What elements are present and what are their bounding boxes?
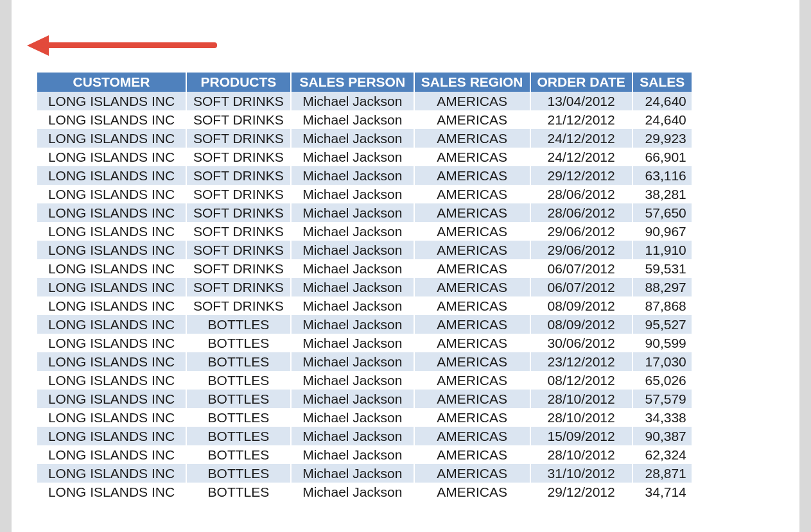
cell-region: AMERICAS — [414, 259, 530, 278]
cell-date: 30/06/2012 — [530, 334, 632, 352]
cell-customer: LONG ISLANDS INC — [37, 148, 186, 166]
cell-product: SOFT DRINKS — [186, 166, 291, 185]
cell-customer: LONG ISLANDS INC — [37, 408, 186, 427]
cell-person: Michael Jackson — [291, 222, 414, 241]
table-row: LONG ISLANDS INCSOFT DRINKSMichael Jacks… — [37, 185, 692, 203]
table-row: LONG ISLANDS INCSOFT DRINKSMichael Jacks… — [37, 166, 692, 185]
cell-region: AMERICAS — [414, 315, 530, 334]
cell-sales: 57,579 — [632, 390, 692, 408]
cell-person: Michael Jackson — [291, 427, 414, 445]
cell-person: Michael Jackson — [291, 203, 414, 222]
table-row: LONG ISLANDS INCBOTTLESMichael JacksonAM… — [37, 371, 692, 390]
cell-sales: 90,387 — [632, 427, 692, 445]
cell-sales: 38,281 — [632, 185, 692, 203]
cell-region: AMERICAS — [414, 203, 530, 222]
cell-product: BOTTLES — [186, 352, 291, 371]
cell-region: AMERICAS — [414, 390, 530, 408]
cell-sales: 95,527 — [632, 315, 692, 334]
header-customer: CUSTOMER — [37, 73, 186, 92]
cell-region: AMERICAS — [414, 464, 530, 483]
header-sales: SALES — [632, 73, 692, 92]
cell-product: SOFT DRINKS — [186, 296, 291, 315]
document-page: CUSTOMER PRODUCTS SALES PERSON SALES REG… — [12, 0, 799, 532]
table-row: LONG ISLANDS INCSOFT DRINKSMichael Jacks… — [37, 110, 692, 129]
header-products: PRODUCTS — [186, 73, 291, 92]
cell-region: AMERICAS — [414, 222, 530, 241]
cell-customer: LONG ISLANDS INC — [37, 483, 186, 501]
cell-date: 28/06/2012 — [530, 203, 632, 222]
cell-product: SOFT DRINKS — [186, 110, 291, 129]
cell-person: Michael Jackson — [291, 259, 414, 278]
cell-region: AMERICAS — [414, 148, 530, 166]
cell-date: 28/06/2012 — [530, 185, 632, 203]
cell-date: 08/12/2012 — [530, 371, 632, 390]
table-row: LONG ISLANDS INCBOTTLESMichael JacksonAM… — [37, 315, 692, 334]
cell-customer: LONG ISLANDS INC — [37, 203, 186, 222]
cell-sales: 63,116 — [632, 166, 692, 185]
cell-date: 28/10/2012 — [530, 390, 632, 408]
cell-person: Michael Jackson — [291, 371, 414, 390]
table-row: LONG ISLANDS INCSOFT DRINKSMichael Jacks… — [37, 241, 692, 259]
cell-customer: LONG ISLANDS INC — [37, 129, 186, 148]
cell-product: SOFT DRINKS — [186, 222, 291, 241]
cell-customer: LONG ISLANDS INC — [37, 110, 186, 129]
cell-customer: LONG ISLANDS INC — [37, 371, 186, 390]
cell-person: Michael Jackson — [291, 483, 414, 501]
cell-date: 24/12/2012 — [530, 148, 632, 166]
cell-sales: 57,650 — [632, 203, 692, 222]
cell-date: 23/12/2012 — [530, 352, 632, 371]
cell-region: AMERICAS — [414, 408, 530, 427]
cell-product: BOTTLES — [186, 408, 291, 427]
cell-person: Michael Jackson — [291, 148, 414, 166]
cell-region: AMERICAS — [414, 241, 530, 259]
cell-product: BOTTLES — [186, 464, 291, 483]
cell-person: Michael Jackson — [291, 445, 414, 464]
cell-customer: LONG ISLANDS INC — [37, 445, 186, 464]
cell-person: Michael Jackson — [291, 278, 414, 296]
arrow-shaft — [41, 42, 217, 48]
cell-product: BOTTLES — [186, 483, 291, 501]
cell-customer: LONG ISLANDS INC — [37, 185, 186, 203]
cell-customer: LONG ISLANDS INC — [37, 92, 186, 110]
table-row: LONG ISLANDS INCSOFT DRINKSMichael Jacks… — [37, 296, 692, 315]
table-row: LONG ISLANDS INCBOTTLESMichael JacksonAM… — [37, 427, 692, 445]
cell-date: 31/10/2012 — [530, 464, 632, 483]
cell-date: 29/12/2012 — [530, 483, 632, 501]
cell-customer: LONG ISLANDS INC — [37, 222, 186, 241]
table-row: LONG ISLANDS INCSOFT DRINKSMichael Jacks… — [37, 259, 692, 278]
cell-person: Michael Jackson — [291, 352, 414, 371]
cell-region: AMERICAS — [414, 427, 530, 445]
cell-region: AMERICAS — [414, 110, 530, 129]
cell-customer: LONG ISLANDS INC — [37, 259, 186, 278]
sales-table: CUSTOMER PRODUCTS SALES PERSON SALES REG… — [37, 73, 692, 501]
table-row: LONG ISLANDS INCSOFT DRINKSMichael Jacks… — [37, 278, 692, 296]
cell-product: SOFT DRINKS — [186, 278, 291, 296]
cell-person: Michael Jackson — [291, 296, 414, 315]
cell-customer: LONG ISLANDS INC — [37, 390, 186, 408]
cell-region: AMERICAS — [414, 185, 530, 203]
table-row: LONG ISLANDS INCSOFT DRINKSMichael Jacks… — [37, 203, 692, 222]
header-order-date: ORDER DATE — [530, 73, 632, 92]
cell-sales: 90,967 — [632, 222, 692, 241]
cell-sales: 87,868 — [632, 296, 692, 315]
cell-customer: LONG ISLANDS INC — [37, 296, 186, 315]
table-row: LONG ISLANDS INCBOTTLESMichael JacksonAM… — [37, 352, 692, 371]
cell-person: Michael Jackson — [291, 464, 414, 483]
cell-date: 08/09/2012 — [530, 315, 632, 334]
cell-date: 29/06/2012 — [530, 241, 632, 259]
cell-product: BOTTLES — [186, 315, 291, 334]
cell-product: BOTTLES — [186, 390, 291, 408]
cell-date: 28/10/2012 — [530, 408, 632, 427]
table-row: LONG ISLANDS INCBOTTLESMichael JacksonAM… — [37, 390, 692, 408]
cell-date: 29/12/2012 — [530, 166, 632, 185]
cell-person: Michael Jackson — [291, 129, 414, 148]
cell-region: AMERICAS — [414, 371, 530, 390]
table-row: LONG ISLANDS INCSOFT DRINKSMichael Jacks… — [37, 148, 692, 166]
cell-date: 06/07/2012 — [530, 259, 632, 278]
cell-person: Michael Jackson — [291, 315, 414, 334]
cell-product: BOTTLES — [186, 445, 291, 464]
cell-person: Michael Jackson — [291, 408, 414, 427]
cell-date: 28/10/2012 — [530, 445, 632, 464]
cell-sales: 66,901 — [632, 148, 692, 166]
cell-person: Michael Jackson — [291, 185, 414, 203]
